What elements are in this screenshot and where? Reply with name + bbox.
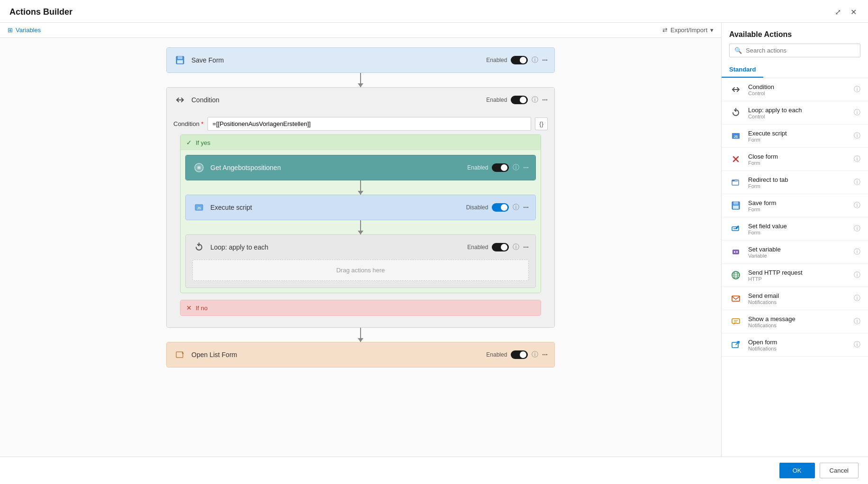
open-list-block: Open List Form Enabled ⓘ ··· xyxy=(166,342,555,367)
action-item-open-form[interactable]: Open form Notifications ⓘ xyxy=(722,333,868,357)
dialog-wrapper: Actions Builder ⤢ ✕ ⊞ Variables ⇄ Export… xyxy=(0,0,868,484)
send-email-list-info[interactable]: ⓘ xyxy=(854,294,860,303)
action-item-condition[interactable]: Condition Control ⓘ xyxy=(722,78,868,101)
action-item-execute[interactable]: JS Execute script Form ⓘ xyxy=(722,125,868,148)
right-panel-header: Available Actions 🔍 xyxy=(722,23,868,62)
redirect-list-info[interactable]: ⓘ xyxy=(854,178,860,187)
set-variable-list-info[interactable]: ⓘ xyxy=(854,248,860,256)
set-field-list-icon xyxy=(729,222,742,235)
loop-label: Loop: apply to each xyxy=(210,243,268,251)
save-form-info-button[interactable]: ⓘ xyxy=(532,56,538,64)
action-item-send-http[interactable]: Send HTTP request HTTP ⓘ xyxy=(722,264,868,287)
set-variable-list-icon xyxy=(729,245,742,259)
available-actions-title: Available Actions xyxy=(729,30,860,39)
send-http-list-icon xyxy=(729,269,742,282)
action-item-close-form[interactable]: Close form Form ⓘ xyxy=(722,148,868,171)
expand-button[interactable]: ⤢ xyxy=(833,7,843,18)
open-list-toggle[interactable] xyxy=(511,350,528,359)
loop-header: Loop: apply to each Enabled xyxy=(186,235,535,260)
open-form-list-info[interactable]: ⓘ xyxy=(854,341,860,349)
cancel-button[interactable]: Cancel xyxy=(820,463,859,478)
action-item-show-message[interactable]: Show a message Notifications ⓘ xyxy=(722,310,868,333)
condition-more-button[interactable]: ··· xyxy=(542,96,548,104)
loop-info-button[interactable]: ⓘ xyxy=(513,243,519,251)
get-more-button[interactable]: ··· xyxy=(523,164,529,171)
execute-more-button[interactable]: ··· xyxy=(523,204,529,211)
dialog-header: Actions Builder ⤢ ✕ xyxy=(0,0,868,23)
if-yes-section: ✓ If yes xyxy=(180,134,541,293)
execute-list-info[interactable]: ⓘ xyxy=(854,132,860,140)
get-info-button[interactable]: ⓘ xyxy=(513,163,519,172)
svg-rect-1 xyxy=(178,56,182,59)
canvas-scroll[interactable]: Save Form Enabled ⓘ ··· xyxy=(0,38,721,457)
loop-toggle[interactable] xyxy=(492,243,509,251)
close-form-list-info[interactable]: ⓘ xyxy=(854,155,860,163)
svg-text:JS: JS xyxy=(734,135,738,138)
condition-list-info[interactable]: ⓘ xyxy=(854,85,860,94)
action-item-loop[interactable]: Loop: apply to each Control ⓘ xyxy=(722,101,868,125)
save-form-list-name: Save form xyxy=(748,199,776,206)
set-variable-list-category: Variable xyxy=(748,253,781,259)
condition-list-name: Condition xyxy=(748,83,774,90)
get-status: Enabled xyxy=(467,164,488,171)
action-item-redirect[interactable]: Redirect to tab Form ⓘ xyxy=(722,171,868,194)
send-http-list-info[interactable]: ⓘ xyxy=(854,271,860,279)
variables-button[interactable]: ⊞ Variables xyxy=(8,27,41,34)
condition-block: Condition Enabled ⓘ ··· xyxy=(166,87,555,328)
save-form-right: Enabled ⓘ ··· xyxy=(486,56,548,64)
execute-toggle[interactable] xyxy=(492,203,509,212)
if-no-section: ✕ If no xyxy=(180,300,541,316)
open-form-list-name: Open form xyxy=(748,339,777,346)
close-form-list-category: Form xyxy=(748,160,778,166)
save-form-more-button[interactable]: ··· xyxy=(542,56,548,64)
svg-rect-18 xyxy=(733,202,738,205)
get-toggle[interactable] xyxy=(492,163,509,172)
show-message-list-info[interactable]: ⓘ xyxy=(854,317,860,326)
action-item-set-variable[interactable]: Set variable Variable ⓘ xyxy=(722,241,868,264)
export-import-icon: ⇄ xyxy=(662,27,668,34)
actions-list: Condition Control ⓘ xyxy=(722,78,868,457)
action-item-set-field[interactable]: Set field value Form ⓘ xyxy=(722,217,868,241)
loop-list-category: Control xyxy=(748,114,802,119)
condition-input[interactable] xyxy=(208,117,532,131)
open-list-info-button[interactable]: ⓘ xyxy=(532,350,538,359)
svg-rect-31 xyxy=(732,319,740,323)
standard-tab[interactable]: Standard xyxy=(722,62,763,78)
action-item-send-email[interactable]: Send email Notifications ⓘ xyxy=(722,287,868,310)
condition-curly-button[interactable]: {} xyxy=(535,117,548,130)
open-list-more-button[interactable]: ··· xyxy=(542,351,548,359)
get-icon xyxy=(192,161,206,174)
loop-more-button[interactable]: ··· xyxy=(523,243,529,251)
send-email-list-icon xyxy=(729,292,742,305)
canvas-area: ⊞ Variables ⇄ Export/Import ▾ xyxy=(0,23,721,457)
save-form-toggle[interactable] xyxy=(511,56,528,64)
loop-list-info[interactable]: ⓘ xyxy=(854,108,860,117)
save-form-list-info[interactable]: ⓘ xyxy=(854,201,860,210)
loop-status: Enabled xyxy=(467,244,488,251)
save-form-header: Save Form Enabled ⓘ ··· xyxy=(167,48,554,72)
action-item-save-form[interactable]: Save form Form ⓘ xyxy=(722,194,868,217)
set-variable-list-name: Set variable xyxy=(748,246,781,253)
svg-rect-15 xyxy=(732,180,734,181)
condition-info-button[interactable]: ⓘ xyxy=(532,96,538,104)
ok-button[interactable]: OK xyxy=(779,463,815,478)
condition-right: Enabled ⓘ ··· xyxy=(486,96,548,104)
search-input[interactable] xyxy=(746,47,855,54)
loop-list-name: Loop: apply to each xyxy=(748,107,802,114)
condition-field-label: Condition * xyxy=(173,120,204,127)
execute-status: Disabled xyxy=(466,204,488,211)
export-import-button[interactable]: ⇄ Export/Import ▾ xyxy=(662,27,714,34)
redirect-list-name: Redirect to tab xyxy=(748,176,788,183)
close-button[interactable]: ✕ xyxy=(849,7,859,18)
save-form-list-category: Form xyxy=(748,206,776,212)
get-block: Get Angebotspositionen Enabled xyxy=(185,155,536,180)
execute-info-button[interactable]: ⓘ xyxy=(513,203,519,212)
redirect-list-category: Form xyxy=(748,183,788,189)
variables-label: Variables xyxy=(16,27,41,34)
condition-toggle[interactable] xyxy=(511,96,528,104)
execute-left: JS Execute script xyxy=(192,201,252,214)
set-field-list-info[interactable]: ⓘ xyxy=(854,224,860,233)
open-form-list-icon xyxy=(729,338,742,351)
if-yes-content: Get Angebotspositionen Enabled xyxy=(181,150,541,293)
open-list-right: Enabled ⓘ ··· xyxy=(486,350,548,359)
